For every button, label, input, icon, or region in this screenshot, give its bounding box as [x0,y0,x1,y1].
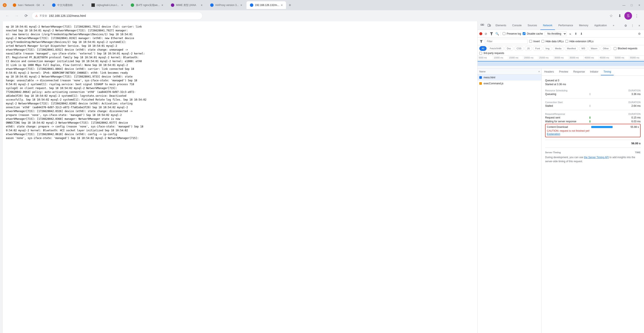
menu-button[interactable]: ⋮ [633,12,640,20]
devtools-tab-more[interactable]: » [610,21,617,30]
page-scrollbar[interactable] [0,21,2,333]
preserve-log-checkbox[interactable]: Preserve log [502,32,521,35]
tab-7[interactable]: 192.168.126.132/m... × [246,1,286,9]
filter-type-doc[interactable]: Doc [504,46,514,51]
third-party-checkbox[interactable]: 3rd-party requests [479,52,504,55]
tab-5[interactable]: MIME 类型 (IANA × [168,1,206,9]
explanation-link[interactable]: Explanation [547,133,560,136]
request-item-execcommand-js[interactable]: execCommand.js [478,80,542,86]
tab-close-4[interactable]: × [162,3,163,7]
filter-type-manifest[interactable]: Manifest [564,46,578,51]
tick-0: 5000 ms [478,56,493,60]
search-button[interactable]: 🔍 [495,32,499,36]
address-input[interactable]: ⚠ 不安全 192.168.126.132/mess.html [32,12,202,20]
tab-favicon-7 [250,3,253,7]
device-mode-button[interactable] [486,23,492,29]
devtools-tab-elements[interactable]: Elements [493,21,509,30]
devtools-toolbar-right: ⚙ ⋮ × [623,23,642,29]
tab-6[interactable]: HAProxy version 3... × [207,1,246,9]
minimize-button[interactable]: — [621,2,627,8]
filter-type-wasm[interactable]: Wasm [588,46,600,51]
devtools-settings-button[interactable]: ⚙ [623,23,628,29]
new-tab-button[interactable]: + [287,2,293,8]
profile-button[interactable]: S [624,12,632,20]
network-settings-button[interactable]: ⚙ [636,31,642,37]
filter-type-css[interactable]: CSS [514,46,524,51]
content-download-value: 55.98 s [622,125,639,128]
maximize-button[interactable]: □ [628,2,634,8]
timeline-blue-line [478,61,644,61]
timing-row-content-download: Content Download 55.98 s [547,125,639,128]
filter-type-img[interactable]: Img [543,46,552,51]
started-at-text: Started at 3.36 ms [545,83,640,86]
tab-close-3[interactable]: × [121,3,123,7]
tab-close-5[interactable]: × [201,3,202,7]
tick-5: 30000 ms [553,56,568,60]
detail-tab-response[interactable]: Response [571,68,588,75]
hide-data-urls-checkbox[interactable]: Hide data URLs [542,40,564,43]
tab-close-7[interactable]: × [281,3,282,7]
tab-close-2[interactable]: × [82,3,84,7]
back-button[interactable]: ← [4,12,11,20]
tab-2[interactable]: 中文沟通协助 × [49,1,87,9]
close-details-button[interactable]: × [538,70,540,73]
filter-type-fetch[interactable]: Fetch/XHR [488,46,504,51]
tab-4[interactable]: 第4节 nginx实现we... × [127,1,166,9]
filter-input[interactable] [485,39,528,44]
tab-close-6[interactable]: × [240,3,242,7]
tab-1[interactable]: Ivan / Network · Git × [10,1,48,9]
tab-3[interactable]: ckjbug/kali-Linux-l... × [88,1,126,9]
request-name-1: execCommand.js [484,82,504,85]
queueing-bar [590,93,622,96]
request-sent-label: Request sent [545,116,588,119]
filter-type-media[interactable]: Media [552,46,564,51]
main-content: ep 18 10:54:01 mysql-2 NetworkManager[71… [0,21,644,333]
detail-tab-initiator[interactable]: Initiator [588,68,601,75]
request-item-mess-html[interactable]: mess.html [478,74,542,80]
detail-tab-preview[interactable]: Preview [556,68,571,75]
url-text: 192.168.126.132/mess.html [49,14,86,17]
blocked-requests-checkbox[interactable]: Blocked requests [614,47,638,50]
close-window-button[interactable]: × [636,2,642,8]
filter-type-ws[interactable]: WS [579,46,588,51]
throttle-select[interactable]: No throttling [545,31,567,36]
invert-checkbox[interactable]: Invert [529,40,540,43]
forward-button[interactable]: → [13,12,20,20]
request-response-header: Request/Response DURATION [545,113,640,115]
devtools-more-button[interactable]: ⋮ [630,23,636,29]
filter-type-js[interactable]: JS [524,46,532,51]
inspect-element-button[interactable] [479,23,485,29]
devtools-tab-sources[interactable]: Sources [525,21,540,30]
detail-tab-timing[interactable]: Timing [601,68,614,75]
devtools-tab-performance[interactable]: Performance [556,21,576,30]
requests-header: Name × [478,68,542,74]
import-button[interactable]: ⬆ [574,32,578,36]
tab-label-2: 中文沟通协助 [57,3,72,7]
filter-type-other[interactable]: Other [600,46,611,51]
devtools-tab-memory[interactable]: Memory [576,21,591,30]
waiting-value: 6.03 ms [624,120,640,123]
tab-label-1: Ivan / Network · Git [18,4,40,6]
devtools-close-button[interactable]: × [636,23,642,29]
tick-9: 50000 ms [614,56,629,60]
tab-close-1[interactable]: × [43,3,44,7]
devtools-tab-application[interactable]: Application [592,21,610,30]
record-button[interactable] [479,32,482,35]
reload-button[interactable]: ⟳ [22,12,30,20]
filter-type-font[interactable]: Font [533,46,542,51]
server-timing-api-link[interactable]: the Server Timing API [584,156,609,159]
hide-ext-urls-checkbox[interactable]: Hide extension URLs [566,40,594,43]
clear-button[interactable]: ⊘ [484,32,488,36]
filter-type-all[interactable]: All [479,46,486,51]
detail-tab-headers[interactable]: Headers [542,68,556,75]
disable-cache-checkbox[interactable]: Disable cache [523,32,543,35]
export-button[interactable]: ⬇ [580,32,583,36]
devtools-tab-console[interactable]: Console [510,21,524,30]
svg-marker-7 [480,40,482,43]
download-button[interactable]: ⬇ [616,12,624,20]
svg-rect-3 [482,24,484,25]
bookmark-button[interactable]: ☆ [607,12,615,20]
resource-scheduling-group: Resource Scheduling DURATION Queueing 3.… [545,89,640,96]
timing-row-queueing: Queueing 3.36 ms [545,93,640,96]
devtools-tab-network[interactable]: Network [540,21,555,30]
